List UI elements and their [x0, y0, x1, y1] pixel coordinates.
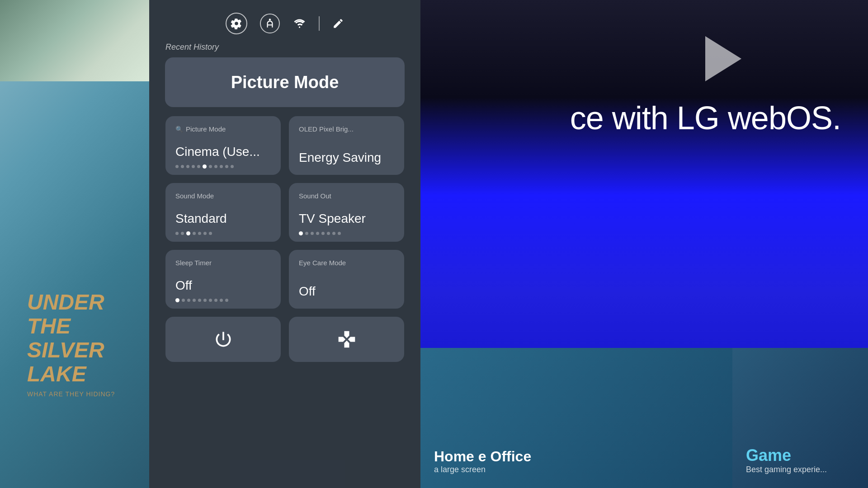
accessibility-icon[interactable] [260, 14, 280, 33]
top-icons-row [226, 13, 344, 34]
sound-mode-value: Standard [175, 211, 227, 226]
game-title: Game [746, 446, 854, 465]
ceiling-area [0, 0, 149, 81]
sound-mode-tile[interactable]: Sound Mode Standard [165, 183, 281, 242]
sleep-timer-value: Off [175, 278, 192, 293]
movie-title: UNDER THE SILVER LAKE WHAT ARE THEY HIDI… [27, 291, 115, 398]
oled-brightness-subtitle: OLED Pixel Brig... [299, 125, 354, 133]
sleep-timer-dots [175, 298, 228, 302]
gamepad-tile[interactable] [289, 317, 404, 362]
quick-settings-grid-top: 🔍 Picture Mode Cinema (Use... OLED [165, 116, 404, 175]
movie-title-line4: LAK [27, 362, 72, 386]
home-office-subtitle: a large screen [434, 465, 719, 474]
sound-mode-dots [175, 231, 212, 235]
play-button-icon[interactable] [705, 36, 741, 81]
sound-out-tile[interactable]: Sound Out TV Speaker [289, 183, 404, 242]
sound-out-subtitle: Sound Out [299, 192, 331, 200]
picture-mode-tile-value: Cinema (Use... [175, 145, 260, 159]
wifi-icon[interactable] [292, 18, 306, 29]
power-tile[interactable] [165, 317, 281, 362]
picture-mode-label: Picture Mode [231, 73, 339, 92]
picture-mode-dots [175, 164, 234, 169]
icon-tile-row [165, 317, 404, 362]
eye-care-subtitle: Eye Care Mode [299, 259, 346, 267]
quick-settings-panel: Recent History Picture Mode 🔍 Picture Mo… [149, 0, 420, 488]
picture-mode-button[interactable]: Picture Mode [165, 57, 405, 107]
movie-title-line2: THE [27, 314, 71, 338]
bottom-right-panels: Home e Office a large screen Game Best g… [420, 348, 868, 488]
divider [319, 16, 320, 31]
picture-mode-tile[interactable]: 🔍 Picture Mode Cinema (Use... [165, 116, 281, 175]
lg-webos-text: ce with LG webOS. [570, 99, 841, 136]
movie-subtitle: WHAT ARE THEY HIDING? [27, 391, 115, 398]
game-panel[interactable]: Game Best gaming experie... [732, 348, 868, 488]
movie-title-line1: UNDER [27, 290, 104, 314]
quick-settings-grid-bottom: Sleep Timer Off Eye Care Mode Off [165, 250, 404, 309]
edit-icon[interactable] [332, 18, 344, 29]
quick-settings-grid-mid: Sound Mode Standard Sound Out TV Speaker [165, 183, 404, 242]
home-office-title: Home e Office [434, 448, 719, 465]
oled-brightness-tile[interactable]: OLED Pixel Brig... Energy Saving [289, 116, 404, 175]
sound-out-value: TV Speaker [299, 211, 366, 226]
recent-history-label: Recent History [165, 42, 219, 52]
sound-mode-subtitle: Sound Mode [175, 192, 214, 200]
sound-out-dots [299, 231, 341, 235]
search-icon: 🔍 [175, 126, 183, 133]
picture-mode-tile-subtitle: 🔍 Picture Mode [175, 125, 226, 133]
eye-care-mode-tile[interactable]: Eye Care Mode Off [289, 250, 404, 309]
eye-care-value: Off [299, 284, 316, 299]
game-subtitle: Best gaming experie... [746, 465, 854, 474]
svg-point-0 [269, 19, 271, 20]
oled-brightness-value: Energy Saving [299, 150, 381, 165]
home-office-panel[interactable]: Home e Office a large screen [420, 348, 732, 488]
sleep-timer-tile[interactable]: Sleep Timer Off [165, 250, 281, 309]
settings-icon[interactable] [226, 13, 247, 34]
sleep-timer-subtitle: Sleep Timer [175, 259, 212, 267]
movie-title-line3: SILVER [27, 338, 104, 362]
